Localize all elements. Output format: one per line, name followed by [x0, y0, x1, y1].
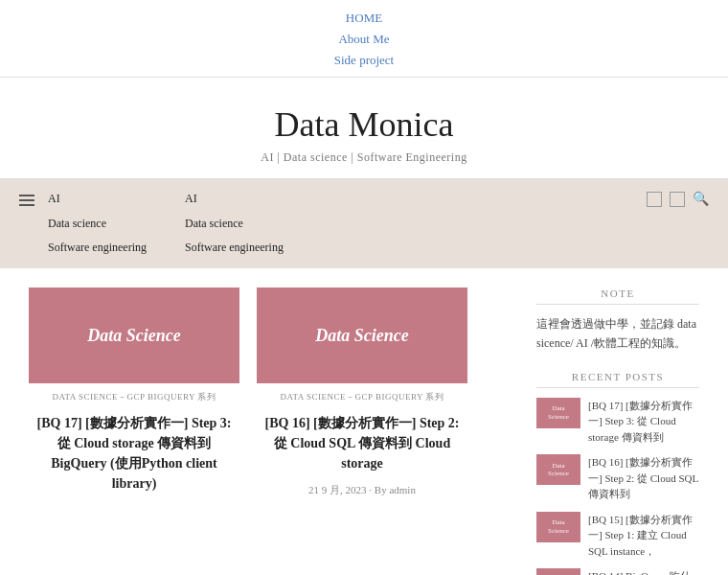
recent-post-2: DataScience [BQ 16] [數據分析實作一] Step 2: 從 …	[536, 454, 699, 502]
category-col-2: AI Data science Software engineering	[185, 189, 284, 259]
post-card-2: Data Science DATA SCIENCE－GCP BIGQUERY 系…	[257, 288, 467, 575]
post-card-1-tag: DATA SCIENCE－GCP BIGQUERY 系列	[29, 383, 239, 407]
rp-thumb-2[interactable]: DataScience	[536, 454, 580, 485]
post-card-2-tag: DATA SCIENCE－GCP BIGQUERY 系列	[257, 383, 467, 407]
cat-ai-1[interactable]: AI	[48, 189, 147, 210]
sidebar: NOTE 這裡會透過做中學，並記錄 data sicence/ AI /軟體工程…	[517, 288, 699, 575]
post-card-2-meta: 21 9 月, 2023 · By admin	[257, 479, 467, 505]
site-subtitle: AI | Data science | Software Engineering	[0, 150, 728, 165]
recent-heading: RECENT POSTS	[536, 371, 699, 388]
recent-post-3: DataScience [BQ 15] [數據分析實作一] Step 1: 建立…	[536, 512, 699, 560]
site-header: Data Monica AI | Data science | Software…	[0, 78, 728, 179]
post-card-1-meta	[29, 499, 239, 511]
post-card-2-image[interactable]: Data Science	[257, 288, 467, 383]
rp-thumb-3[interactable]: DataScience	[536, 512, 580, 542]
nav-about[interactable]: About Me	[0, 29, 728, 50]
nav-home[interactable]: HOME	[0, 8, 728, 29]
search-icon[interactable]: 🔍	[693, 191, 709, 207]
rp-thumb-4[interactable]: DataScience	[536, 568, 580, 575]
rp-thumb-1[interactable]: DataScience	[536, 398, 580, 428]
post-card-1-title[interactable]: [BQ 17] [數據分析實作一] Step 3: 從 Cloud storag…	[29, 407, 239, 499]
nav-side-project[interactable]: Side project	[0, 50, 728, 71]
recent-post-1: DataScience [BQ 17] [數據分析實作一] Step 3: 從 …	[536, 398, 699, 446]
rp-text-4[interactable]: [BQ 14] BigQuery 吃什麼Data?	[588, 568, 699, 575]
cat-softwareeng-2[interactable]: Software engineering	[185, 238, 284, 259]
post-card-1: Data Science DATA SCIENCE－GCP BIGQUERY 系…	[29, 288, 239, 575]
rp-text-2[interactable]: [BQ 16] [數據分析實作一] Step 2: 從 Cloud SQL 傳資…	[588, 454, 699, 502]
cat-datascience-1[interactable]: Data science	[48, 214, 147, 235]
cat-softwareeng-1[interactable]: Software engineering	[48, 238, 147, 259]
post-card-2-title[interactable]: [BQ 16] [數據分析實作一] Step 2: 從 Cloud SQL 傳資…	[257, 407, 467, 479]
post-card-1-image[interactable]: Data Science	[29, 288, 239, 383]
menu-toggle[interactable]	[19, 192, 34, 209]
posts-grid: Data Science DATA SCIENCE－GCP BIGQUERY 系…	[29, 288, 517, 575]
grid-icon[interactable]	[647, 192, 662, 207]
cat-datascience-2[interactable]: Data science	[185, 214, 284, 235]
cat-icons: 🔍	[647, 189, 709, 207]
note-text: 這裡會透過做中學，並記錄 data sicence/ AI /軟體工程的知識。	[536, 314, 699, 354]
site-title: Data Monica	[0, 104, 728, 145]
category-bar: AI Data science Software engineering AI …	[0, 179, 728, 268]
main-area: Data Science DATA SCIENCE－GCP BIGQUERY 系…	[0, 268, 728, 575]
rp-text-3[interactable]: [BQ 15] [數據分析實作一] Step 1: 建立 Cloud SQL i…	[588, 512, 699, 560]
recent-post-4: DataScience [BQ 14] BigQuery 吃什麼Data?	[536, 568, 699, 575]
cat-ai-2[interactable]: AI	[185, 189, 284, 210]
sidebar-note-section: NOTE 這裡會透過做中學，並記錄 data sicence/ AI /軟體工程…	[536, 288, 699, 354]
category-col-1: AI Data science Software engineering	[48, 189, 147, 259]
note-heading: NOTE	[536, 288, 699, 305]
top-nav: HOME About Me Side project	[0, 0, 728, 78]
rp-text-1[interactable]: [BQ 17] [數據分析實作一] Step 3: 從 Cloud storag…	[588, 398, 699, 446]
list-icon[interactable]	[670, 192, 685, 207]
sidebar-recent-section: RECENT POSTS DataScience [BQ 17] [數據分析實作…	[536, 371, 699, 575]
